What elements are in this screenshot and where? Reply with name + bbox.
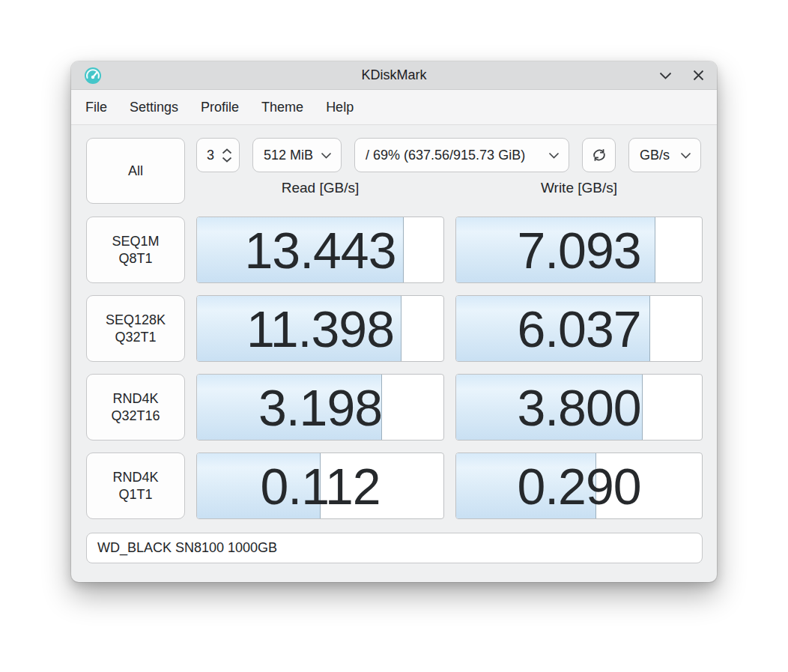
window-title: KDiskMark — [71, 67, 717, 83]
row-label-line2: Q1T1 — [118, 486, 152, 503]
chevron-down-icon — [548, 152, 560, 159]
benchmark-row-rnd4k-q1t1: RND4K Q1T1 0.112 0.290 — [86, 452, 703, 519]
write-result-cell: 0.290 — [455, 452, 703, 519]
unit-value: GB/s — [640, 148, 670, 163]
kdiskmark-window: KDiskMark File Settings Profile Theme He… — [71, 61, 717, 582]
titlebar[interactable]: KDiskMark — [71, 61, 717, 90]
read-result-value: 13.443 — [197, 217, 443, 282]
read-result-cell: 13.443 — [196, 217, 444, 283]
read-result-value: 0.112 — [197, 453, 443, 518]
benchmark-row-seq1m-q8t1: SEQ1M Q8T1 13.443 7.093 — [86, 217, 703, 283]
row-label-line1: RND4K — [112, 390, 158, 408]
device-name-value: WD_BLACK SN8100 1000GB — [97, 540, 277, 556]
menu-profile[interactable]: Profile — [190, 95, 250, 120]
read-result-value: 3.198 — [197, 375, 443, 440]
menu-settings[interactable]: Settings — [118, 95, 190, 120]
row-label-line2: Q32T16 — [111, 408, 160, 425]
read-result-cell: 11.398 — [196, 295, 444, 362]
write-result-cell: 7.093 — [455, 217, 703, 283]
row-label-line1: RND4K — [112, 469, 158, 486]
run-rnd4k-q32t16-button[interactable]: RND4K Q32T16 — [86, 374, 185, 441]
write-result-cell: 3.800 — [455, 374, 703, 441]
chevron-up-icon — [222, 148, 232, 154]
block-size-value: 512 MiB — [264, 148, 313, 163]
loop-count-value: 3 — [207, 148, 214, 163]
write-result-value: 0.290 — [456, 453, 702, 518]
drive-dropdown[interactable]: / 69% (637.56/915.73 GiB) — [354, 138, 569, 172]
write-result-value: 3.800 — [456, 375, 702, 440]
block-size-dropdown[interactable]: 512 MiB — [252, 138, 342, 172]
benchmark-row-seq128k-q32t1: SEQ128K Q32T1 11.398 6.037 — [86, 295, 703, 362]
run-seq1m-q8t1-button[interactable]: SEQ1M Q8T1 — [86, 217, 185, 283]
menubar: File Settings Profile Theme Help — [71, 90, 717, 125]
menu-help[interactable]: Help — [315, 95, 365, 120]
menu-theme[interactable]: Theme — [250, 95, 315, 120]
app-speedometer-icon — [83, 66, 103, 85]
menu-file[interactable]: File — [74, 95, 118, 120]
refresh-icon — [591, 147, 607, 163]
row-label-line2: Q8T1 — [118, 250, 152, 267]
close-icon — [693, 70, 704, 81]
desktop: KDiskMark File Settings Profile Theme He… — [0, 0, 788, 672]
chevron-down-icon — [321, 152, 332, 159]
write-result-cell: 6.037 — [455, 295, 703, 362]
refresh-drives-button[interactable] — [582, 138, 616, 172]
read-result-value: 11.398 — [197, 296, 443, 361]
run-rnd4k-q1t1-button[interactable]: RND4K Q1T1 — [86, 452, 185, 519]
write-result-value: 7.093 — [456, 217, 702, 282]
row-label-line2: Q32T1 — [115, 329, 156, 346]
close-button[interactable] — [690, 67, 706, 84]
read-column-header: Read [GB/s] — [196, 180, 444, 196]
write-result-value: 6.037 — [456, 296, 702, 361]
benchmark-row-rnd4k-q32t16: RND4K Q32T16 3.198 3.800 — [86, 374, 703, 441]
shade-button[interactable] — [657, 67, 673, 84]
main-content: All 3 512 MiB — [71, 125, 717, 582]
chevron-down-icon — [222, 157, 232, 163]
row-label-line1: SEQ128K — [106, 312, 166, 329]
read-result-cell: 0.112 — [196, 452, 444, 519]
loop-count-spinner[interactable]: 3 — [196, 138, 240, 172]
row-label-line1: SEQ1M — [112, 233, 159, 250]
device-name-field[interactable]: WD_BLACK SN8100 1000GB — [86, 533, 703, 563]
drive-value: / 69% (637.56/915.73 GiB) — [366, 148, 525, 163]
unit-dropdown[interactable]: GB/s — [628, 138, 701, 172]
read-result-cell: 3.198 — [196, 374, 444, 441]
run-all-button[interactable]: All — [86, 138, 185, 204]
run-seq128k-q32t1-button[interactable]: SEQ128K Q32T1 — [86, 295, 185, 362]
write-column-header: Write [GB/s] — [455, 180, 703, 196]
chevron-down-icon — [659, 72, 672, 79]
chevron-down-icon — [680, 152, 691, 159]
